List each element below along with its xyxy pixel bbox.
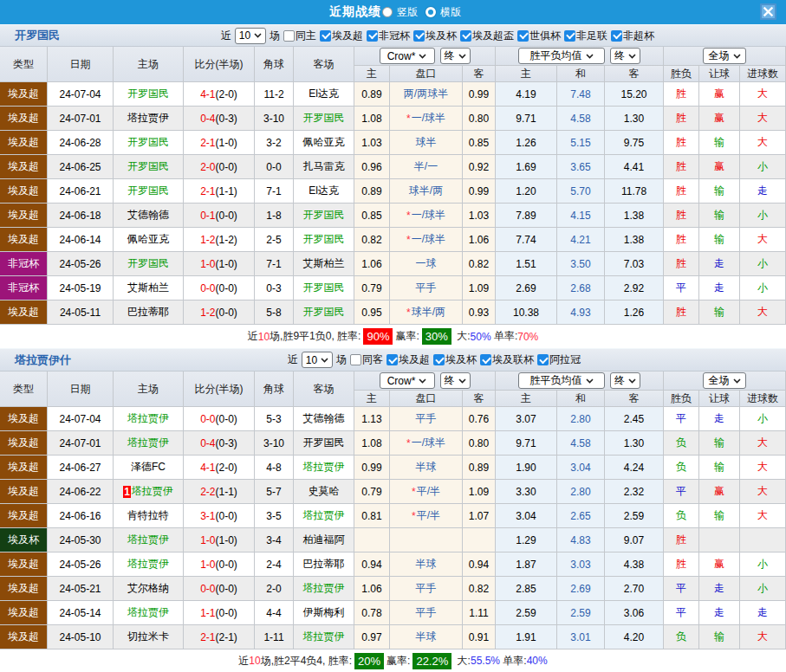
result-scope-select[interactable]: 全场 <box>703 372 746 389</box>
filter-checkbox-3[interactable] <box>480 354 491 365</box>
away-team: 开罗国民 <box>294 431 354 456</box>
filter-checkbox-3[interactable] <box>413 30 425 42</box>
match-result: 负 <box>664 504 699 528</box>
horizontal-layout-radio[interactable] <box>425 7 436 17</box>
away-team: 艾斯柏兰 <box>294 252 354 276</box>
team-summary: 近10场,胜2平4负4, 胜率:20%赢率:22.2% 大:55.5% 单率:4… <box>0 649 786 672</box>
score-fulltime: 1-1 <box>200 607 215 619</box>
filter-checkbox-2[interactable] <box>433 354 445 365</box>
avg-odds-draw: 4.21 <box>557 228 605 252</box>
match-result: 胜 <box>664 107 699 131</box>
away-team-name: 塔拉贾伊 <box>303 460 345 475</box>
match-type: 埃及超 <box>0 107 48 131</box>
match-type: 埃及超 <box>0 577 48 601</box>
chevron-down-icon <box>458 378 466 384</box>
match-result: 胜 <box>664 228 699 252</box>
handicap-result: 走 <box>699 577 740 601</box>
avg-odds-home: 1.26 <box>496 131 557 155</box>
filter-checkbox-6[interactable] <box>564 30 575 42</box>
match-count-select[interactable]: 10 <box>235 28 266 44</box>
asian-odds-home: 0.97 <box>354 625 390 649</box>
team-header-bar: 塔拉贾伊什近10场同客埃及超埃及杯埃及联杯阿拉冠 <box>0 348 786 372</box>
summary-segment: 40% <box>527 655 548 667</box>
asian-odds-stage-select[interactable]: 终 <box>440 48 471 64</box>
europe-odds-type-select[interactable]: 胜平负均值 <box>518 48 605 64</box>
asian-handicap: 球半 <box>390 131 463 155</box>
filter-checkbox-4[interactable] <box>537 354 549 365</box>
asian-handicap: 半/一 <box>390 155 463 179</box>
filter-checkbox-4[interactable] <box>460 30 471 42</box>
avg-odds-draw: 4.93 <box>557 300 605 325</box>
home-team: 开罗国民 <box>114 82 184 107</box>
corner-count: 0-3 <box>255 276 294 300</box>
score-halftime: (0-0) <box>216 210 237 222</box>
match-count-select[interactable]: 10 <box>302 352 333 368</box>
column-subheader: 盘口 <box>390 66 463 82</box>
handicap-text: 一/球半 <box>412 208 445 223</box>
score: 1-0(0-0) <box>184 552 255 577</box>
filter-label: 同主 <box>296 29 316 43</box>
goals-result <box>740 528 786 552</box>
europe-odds-stage-select[interactable]: 终 <box>610 48 640 64</box>
column-subheader: 客 <box>605 66 664 82</box>
close-icon <box>763 7 773 16</box>
summary-segment: 场,胜2平4负4, 胜率: <box>261 654 352 669</box>
asian-odds-stage-select-value: 终 <box>445 48 455 63</box>
handicap-result: 走 <box>699 276 740 300</box>
summary-segment: 赢率: <box>387 654 410 669</box>
column-header: 客场 <box>294 372 354 407</box>
away-team: 巴拉蒂耶 <box>294 552 354 577</box>
filter-checkbox-1[interactable] <box>320 30 331 42</box>
avg-odds-away: 1.30 <box>605 107 664 131</box>
asian-odds-company-select[interactable]: Crow* <box>380 372 435 389</box>
avg-odds-home: 1.91 <box>496 625 557 649</box>
asian-odds-away: 0.82 <box>463 252 496 276</box>
filter-checkbox-0[interactable] <box>283 30 295 42</box>
column-subheader: 进球数 <box>740 391 786 407</box>
summary-segment: 55.5% <box>471 655 500 667</box>
filter-checkbox-5[interactable] <box>517 30 529 42</box>
avg-odds-home: 9.71 <box>496 107 557 131</box>
score-halftime: (0-0) <box>216 282 237 294</box>
results-table: 类型日期主场比分(半场)角球客场Crow*终胜平负均值终全场主盘口客主和客胜负让… <box>0 372 786 649</box>
filter-checkbox-7[interactable] <box>611 30 622 42</box>
home-team-name: 开罗国民 <box>127 87 169 101</box>
filter-label: 埃及杯 <box>425 29 457 43</box>
corner-count: 0-0 <box>255 155 294 179</box>
away-team-name: 艾德翰德 <box>303 411 345 426</box>
asian-odds-stage-select-value: 终 <box>445 373 455 388</box>
match-result: 平 <box>664 480 699 504</box>
home-team: 1塔拉贾伊 <box>114 480 184 504</box>
chevron-down-icon <box>419 54 426 59</box>
europe-odds-stage-select[interactable]: 终 <box>610 372 640 389</box>
europe-odds-type-select[interactable]: 胜平负均值 <box>518 372 605 389</box>
home-team: 艾尔格纳 <box>114 577 184 601</box>
score-fulltime: 4-1 <box>200 88 215 100</box>
asian-odds-away: 0.82 <box>463 577 496 601</box>
match-date: 24-05-14 <box>48 601 114 625</box>
home-team: 开罗国民 <box>114 155 184 179</box>
home-team-name: 开罗国民 <box>127 159 169 174</box>
vertical-layout-radio[interactable] <box>382 7 393 17</box>
score: 0-0(0-0) <box>184 407 255 431</box>
avg-odds-away: 4.24 <box>605 456 664 480</box>
goals-result: 小 <box>740 552 786 577</box>
filter-group: 埃及超盃 <box>460 29 514 43</box>
chevron-down-icon <box>458 54 466 59</box>
score: 1-0(1-0) <box>184 528 255 552</box>
asian-odds-stage-select[interactable]: 终 <box>440 372 471 389</box>
away-team-name: 开罗国民 <box>303 436 345 450</box>
filter-checkbox-1[interactable] <box>387 354 398 365</box>
column-header: 角球 <box>255 372 294 407</box>
close-button[interactable] <box>760 3 776 20</box>
filter-checkbox-0[interactable] <box>350 354 361 365</box>
result-scope-select[interactable]: 全场 <box>703 48 746 64</box>
handicap-text: 半/一 <box>414 159 438 174</box>
away-team-name: 塔拉贾伊 <box>303 508 345 523</box>
asian-odds-company-select[interactable]: Crow* <box>380 48 435 64</box>
asian-odds-home: 0.82 <box>354 228 390 252</box>
match-date: 24-05-11 <box>48 300 114 325</box>
match-type: 非冠杯 <box>0 252 48 276</box>
near-label: 近 <box>221 29 231 43</box>
filter-checkbox-2[interactable] <box>367 30 378 42</box>
